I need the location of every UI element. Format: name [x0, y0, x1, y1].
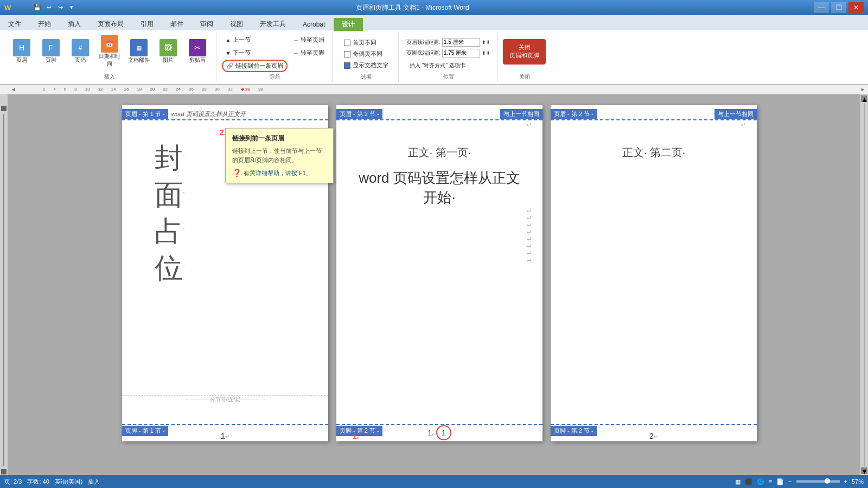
sidebar-bottom-btn[interactable]: [1, 469, 7, 474]
save-qa-btn[interactable]: 💾: [33, 2, 42, 12]
goto-footer-btn[interactable]: → 转至页脚: [290, 47, 328, 59]
picture-btn[interactable]: 🖼 图片: [154, 34, 182, 69]
tooltip-body: 链接到上一节，使当前节与上一节的页眉和页脚内容相同。: [232, 146, 327, 164]
doc-parts-btn[interactable]: ▦ 文档部件: [125, 34, 153, 69]
nav-prev-next-col: ▲ 上一节 ▼ 下一节 🔗 链接到前一条页眉: [222, 34, 288, 72]
annotation-badge-1: 1.: [353, 432, 359, 440]
show-doc-text-label: 显示文档文字: [353, 61, 388, 69]
options-group-label: 选项: [361, 72, 372, 81]
right-scrollbar[interactable]: ▲ ▼: [860, 94, 868, 475]
tab-insert[interactable]: 插入: [60, 17, 89, 30]
footer-btn[interactable]: F 页脚: [37, 34, 65, 69]
title-bar-left: W 💾 ↩ ↪ ▾: [4, 4, 11, 12]
ribbon-group-options: 首页不同 奇偶页不同 显示文档文字 选项: [334, 33, 399, 82]
scroll-down-btn[interactable]: ▼: [861, 467, 867, 474]
link-prev-header-btn[interactable]: 🔗 链接到前一条页眉: [222, 60, 288, 72]
show-doc-text-checkbox[interactable]: [344, 62, 350, 69]
zoom-level[interactable]: 57%: [852, 478, 864, 485]
customize-qa-btn[interactable]: ▾: [67, 2, 76, 12]
date-time-btn[interactable]: 📅 日期和时间: [95, 34, 124, 69]
quick-access-toolbar: 💾 ↩ ↪ ▾: [33, 2, 76, 12]
link-icon: 🔗: [226, 62, 234, 69]
next-section-btn[interactable]: ▼ 下一节: [222, 47, 288, 59]
tab-mailings[interactable]: 邮件: [162, 17, 192, 30]
undo-qa-btn[interactable]: ↩: [44, 2, 54, 12]
odd-even-diff-checkbox[interactable]: [344, 51, 350, 57]
ribbon-group-nav: ▲ 上一节 ▼ 下一节 🔗 链接到前一条页眉 → 转至页眉: [218, 33, 333, 82]
help-icon: ❓: [232, 169, 241, 177]
page1-header-text: word 页码设置怎样从正文开: [171, 110, 246, 118]
tab-acrobat[interactable]: Acrobat: [295, 17, 333, 30]
close-btn[interactable]: ✕: [848, 2, 864, 13]
page-indicator: 页: 2/3: [4, 478, 22, 486]
view-web-icon[interactable]: 🌐: [757, 478, 764, 485]
tab-references[interactable]: 引用: [132, 17, 162, 30]
zoom-slider[interactable]: [796, 480, 840, 483]
tab-home[interactable]: 开始: [30, 17, 59, 30]
tab-developer[interactable]: 开发工具: [252, 17, 294, 30]
view-full-read-icon[interactable]: ⬛: [745, 478, 752, 485]
page2-content: 正文· 第一页· word 页码设置怎样从正文开始· ↵↵↵↵↵↵↵↵: [347, 124, 532, 402]
footer-icon: F: [42, 39, 60, 56]
goto-header-label: 转至页眉: [301, 36, 324, 44]
first-page-diff-row: 首页不同: [344, 38, 388, 47]
page2-header-same: 与上一节相同: [500, 109, 542, 119]
zoom-out-btn[interactable]: −: [788, 478, 792, 485]
tab-page-layout[interactable]: 页面布局: [90, 17, 132, 30]
restore-btn[interactable]: ❐: [831, 2, 846, 13]
footer-bottom-distance-row: 页脚底端距离: ⬆⬇: [406, 49, 490, 57]
tab-design[interactable]: 设计: [334, 18, 363, 31]
view-print-icon[interactable]: ▦: [735, 478, 741, 485]
minimize-btn[interactable]: —: [814, 2, 829, 13]
prev-section-btn[interactable]: ▲ 上一节: [222, 34, 288, 46]
nav-group-label: 导航: [270, 72, 280, 81]
view-outline-icon[interactable]: ≡: [769, 478, 772, 485]
page-2: 页眉 - 第 2 节 - 与上一节相同 ↵ 正文· 第一页· word 页码设置…: [336, 105, 542, 441]
tooltip-help-text: 有关详细帮助，请按 F1。: [244, 169, 312, 177]
header-top-distance-input[interactable]: [442, 38, 480, 47]
page2-num-label: 1.: [427, 428, 434, 437]
sidebar-top-btn[interactable]: [1, 106, 7, 111]
date-time-label: 日期和时间: [97, 53, 122, 68]
link-prev-label: 链接到前一条页眉: [235, 62, 283, 70]
footer-bottom-distance-input[interactable]: [442, 49, 480, 57]
footer-bottom-spin[interactable]: ⬆⬇: [482, 50, 490, 56]
page2-title: 正文· 第一页·: [408, 145, 471, 160]
clip-art-btn[interactable]: ✂ 剪贴画: [183, 34, 212, 69]
odd-even-diff-label: 奇偶页不同: [353, 50, 382, 58]
scroll-up-btn[interactable]: ▲: [861, 95, 867, 102]
page-num-btn[interactable]: # 页码: [66, 34, 94, 69]
close-header-footer-btn[interactable]: 关闭页眉和页脚: [503, 39, 546, 65]
insert-group-label: 插入: [104, 72, 115, 81]
view-draft-icon[interactable]: 📄: [776, 478, 784, 485]
left-sidebar: [0, 94, 8, 475]
header-btn[interactable]: H 页眉: [8, 34, 36, 69]
ribbon-group-position: 页眉顶端距离: ⬆⬇ 页脚底端距离: ⬆⬇ 插入 "对齐方式" 选项卡 位置: [400, 33, 497, 82]
page2-subtitle: word 页码设置怎样从正文开始·: [359, 168, 520, 208]
nav-buttons: ▲ 上一节 ▼ 下一节 🔗 链接到前一条页眉 → 转至页眉: [222, 34, 328, 72]
goto-footer-label: 转至页脚: [301, 49, 324, 57]
tab-view[interactable]: 视图: [222, 17, 251, 30]
window-controls: — ❐ ✕: [814, 2, 864, 13]
ribbon-group-insert: H 页眉 F 页脚 # 页码 📅 日期和时间 ▦ 文档部件 🖼 图片: [3, 33, 216, 82]
header-top-distance-label: 页眉顶端距离:: [406, 38, 441, 46]
footer-label: 页脚: [46, 56, 56, 64]
para-marks-area: ↵↵↵↵↵↵↵↵: [527, 208, 532, 264]
goto-col: → 转至页眉 → 转至页脚: [290, 34, 328, 59]
tab-review[interactable]: 审阅: [192, 17, 221, 30]
first-page-diff-checkbox[interactable]: [344, 40, 350, 46]
redo-qa-btn[interactable]: ↪: [55, 2, 65, 12]
picture-label: 图片: [163, 56, 174, 64]
clip-art-label: 剪贴画: [189, 56, 206, 64]
page3-header-same: 与上一节相同: [714, 109, 757, 119]
next-section-label: 下一节: [233, 49, 251, 57]
tab-file[interactable]: 文件: [0, 17, 29, 30]
insert-align-tab-btn[interactable]: 插入 "对齐方式" 选项卡: [406, 60, 490, 72]
header-top-spin[interactable]: ⬆⬇: [482, 40, 490, 45]
document-area: 页眉 - 第 1 节 - word 页码设置怎样从正文开 封· 面· 占· 位·…: [0, 94, 868, 475]
zoom-in-btn[interactable]: +: [844, 478, 847, 485]
clip-art-icon: ✂: [189, 39, 206, 56]
page-num-label: 页码: [75, 56, 86, 64]
page3-page-num: 2↵: [551, 432, 757, 440]
goto-header-btn[interactable]: → 转至页眉: [290, 34, 328, 46]
